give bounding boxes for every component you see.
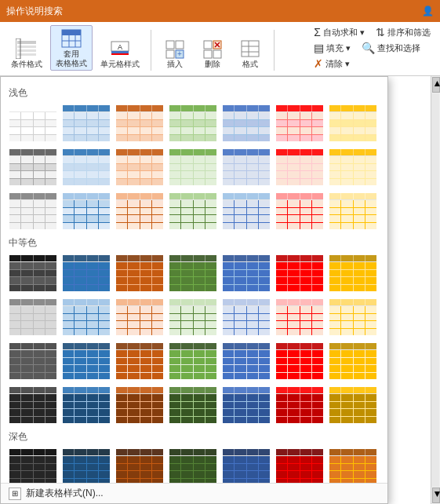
insert-icon: +: [162, 38, 187, 60]
table-style-thumb[interactable]: [169, 192, 217, 230]
table-style-thumb[interactable]: [115, 148, 164, 186]
table-style-thumb[interactable]: [222, 148, 271, 186]
ribbon-autosum[interactable]: Σ 自动求和 ▾: [311, 25, 368, 39]
table-style-thumb[interactable]: [275, 254, 324, 292]
ribbon-btn-insert[interactable]: + 插入: [158, 36, 192, 71]
table-style-thumb[interactable]: [115, 448, 164, 483]
app-title: 操作说明搜索: [6, 5, 63, 18]
table-style-thumb[interactable]: [9, 448, 57, 483]
insert-label: 插入: [167, 60, 183, 69]
table-style-thumb[interactable]: [222, 298, 271, 336]
table-style-thumb[interactable]: [275, 104, 324, 142]
table-style-thumb[interactable]: [329, 148, 377, 186]
table-style-thumb[interactable]: [115, 254, 164, 292]
delete-icon: [200, 38, 225, 60]
table-style-thumb[interactable]: [329, 254, 377, 292]
svg-text:A: A: [118, 43, 122, 51]
section-label-medium: 中等色: [9, 236, 380, 250]
ribbon-btn-cell-style[interactable]: A 单元格样式: [96, 36, 144, 71]
table-style-thumb[interactable]: [115, 342, 164, 380]
fill-label: 填充: [326, 42, 344, 54]
table-style-thumb[interactable]: [169, 448, 217, 483]
table-style-thumb[interactable]: [62, 448, 111, 483]
table-style-thumb[interactable]: [275, 342, 324, 380]
table-style-thumb[interactable]: [9, 254, 57, 292]
svg-text:+: +: [177, 49, 182, 58]
table-style-thumb[interactable]: [222, 386, 271, 424]
table-style-thumb[interactable]: [62, 148, 111, 186]
new-table-icon: ⊞: [9, 488, 21, 500]
clear-icon: ✗: [314, 57, 323, 70]
table-style-thumb[interactable]: [9, 386, 57, 424]
table-style-thumb[interactable]: [329, 342, 377, 380]
table-style-thumb[interactable]: [222, 254, 271, 292]
ribbon-fill[interactable]: ▤ 填充 ▾: [311, 41, 354, 55]
table-style-thumb[interactable]: [169, 104, 217, 142]
content-area: 浅色中等色深色 ⊞ 新建表格样式(N)... ▲ ▼: [0, 76, 440, 504]
table-style-thumb[interactable]: [115, 386, 164, 424]
table-style-thumb[interactable]: [222, 342, 271, 380]
table-style-thumb[interactable]: [62, 298, 111, 336]
table-style-thumb[interactable]: [115, 192, 164, 230]
table-style-thumb[interactable]: [275, 298, 324, 336]
table-style-thumb[interactable]: [169, 148, 217, 186]
table-style-thumb[interactable]: [329, 386, 377, 424]
table-style-grid-dark: [9, 448, 380, 483]
table-style-thumb[interactable]: [275, 386, 324, 424]
table-style-thumb[interactable]: [62, 192, 111, 230]
table-style-thumb[interactable]: [275, 448, 324, 483]
table-style-thumb[interactable]: [115, 104, 164, 142]
table-style-thumb[interactable]: [329, 104, 377, 142]
autosum-chevron: ▾: [360, 27, 365, 38]
ribbon-btn-delete[interactable]: 删除: [195, 36, 230, 71]
ribbon: 条件格式 套用 表格格式 A: [0, 22, 440, 76]
table-style-grid-light: [9, 104, 380, 142]
scrollbar-thumb-area[interactable]: [431, 93, 439, 487]
ribbon-btn-format[interactable]: 格式: [233, 36, 267, 71]
spreadsheet-area: 浅色中等色深色 ⊞ 新建表格样式(N)...: [0, 76, 431, 504]
scrollbar-track[interactable]: ▲ ▼: [431, 76, 440, 504]
table-style-thumb[interactable]: [329, 298, 377, 336]
table-style-thumb[interactable]: [62, 342, 111, 380]
table-style-thumb[interactable]: [169, 342, 217, 380]
cell-style-icon: A: [107, 38, 133, 60]
table-style-thumb[interactable]: [62, 386, 111, 424]
table-style-thumb[interactable]: [169, 254, 217, 292]
ribbon-find-select[interactable]: 🔍 查找和选择: [358, 41, 424, 55]
ribbon-right: Σ 自动求和 ▾ ⇅ 排序和筛选 ▤ 填充 ▾ 🔍 查找和选择: [311, 25, 434, 71]
table-style-thumb[interactable]: [329, 192, 377, 230]
table-style-thumb[interactable]: [169, 386, 217, 424]
table-style-thumb[interactable]: [275, 148, 324, 186]
table-format-icon: [59, 27, 84, 49]
table-style-thumb[interactable]: [62, 104, 111, 142]
table-style-thumb[interactable]: [9, 148, 57, 186]
cell-style-label: 单元格样式: [100, 60, 140, 69]
table-style-thumb[interactable]: [222, 192, 271, 230]
table-style-thumb[interactable]: [115, 298, 164, 336]
panel-scroll[interactable]: 浅色中等色深色: [1, 77, 387, 483]
sort-label: 排序和筛选: [387, 27, 431, 38]
scrollbar-down[interactable]: ▼: [432, 488, 440, 503]
table-style-thumb[interactable]: [275, 192, 324, 230]
table-style-thumb[interactable]: [9, 192, 57, 230]
ribbon-clear[interactable]: ✗ 清除 ▾: [311, 57, 353, 71]
table-format-label: 套用 表格格式: [56, 49, 87, 68]
fill-icon: ▤: [314, 42, 324, 54]
user-icon[interactable]: 👤: [422, 5, 434, 16]
table-style-thumb[interactable]: [169, 298, 217, 336]
table-style-thumb[interactable]: [329, 448, 377, 483]
sort-icon: ⇅: [376, 26, 385, 38]
ribbon-btn-condition-format[interactable]: 条件格式: [6, 36, 47, 71]
table-style-thumb[interactable]: [222, 104, 271, 142]
table-style-thumb[interactable]: [62, 254, 111, 292]
ribbon-btn-table-format[interactable]: 套用 表格格式: [50, 25, 93, 71]
clear-chevron: ▾: [345, 59, 350, 69]
new-table-style-btn[interactable]: ⊞ 新建表格样式(N)...: [1, 483, 387, 503]
condition-format-label: 条件格式: [11, 60, 42, 69]
table-style-thumb[interactable]: [9, 104, 57, 142]
table-style-thumb[interactable]: [222, 448, 271, 483]
table-style-thumb[interactable]: [9, 298, 57, 336]
table-style-thumb[interactable]: [9, 342, 57, 380]
ribbon-sort-filter[interactable]: ⇅ 排序和筛选: [373, 25, 434, 39]
scrollbar-up[interactable]: ▲: [432, 77, 440, 93]
